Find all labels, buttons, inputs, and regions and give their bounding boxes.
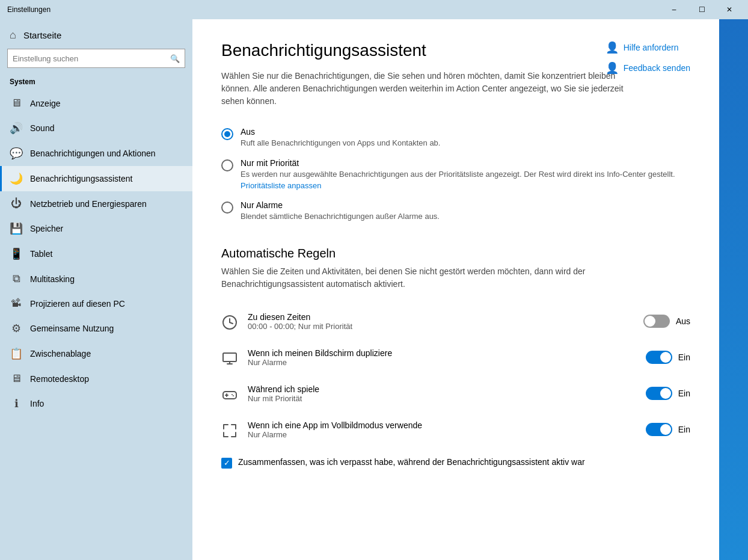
maximize-button[interactable]: ☐ — [688, 0, 716, 19]
sidebar-item-benachrichtigungen[interactable]: 💬 Benachrichtigungen und Aktionen — [0, 141, 192, 166]
prioritaet-list-link[interactable]: Prioritätsliste anpassen — [241, 181, 321, 190]
rule-spiele-toggle: Ein — [646, 387, 690, 400]
right-stripe — [719, 19, 748, 560]
radio-option-prioritaet[interactable]: Nur mit Priorität Es werden nur ausgewäh… — [221, 153, 690, 195]
svg-line-2 — [230, 322, 233, 324]
radio-prioritaet-content: Nur mit Priorität Es werden nur ausgewäh… — [241, 158, 675, 191]
sidebar-item-label: Gemeinsame Nutzung — [30, 324, 114, 333]
gamepad-icon — [221, 387, 238, 406]
radio-option-alarme[interactable]: Nur Alarme Blendet sämtliche Benachricht… — [221, 195, 690, 227]
toggle-spiele[interactable] — [646, 387, 672, 400]
remote-icon: 🖥 — [10, 372, 23, 385]
rule-vollbild: Wenn ich eine App im Vollbildmodus verwe… — [221, 413, 690, 449]
window-controls: – ☐ ✕ — [660, 0, 743, 19]
auto-rules-description: Wählen Sie die Zeiten und Aktivitäten, b… — [221, 265, 630, 291]
svg-rect-3 — [223, 353, 236, 362]
clipboard-icon: 📋 — [10, 347, 23, 360]
toggle-bildschirm-label: Ein — [678, 352, 690, 362]
notifications-icon: 💬 — [10, 147, 23, 160]
svg-point-9 — [231, 394, 233, 395]
toggle-spiele-label: Ein — [678, 389, 690, 398]
sidebar-item-anzeige[interactable]: 🖥 Anzeige — [0, 91, 192, 115]
rule-spiele: Während ich spiele Nur mit Priorität Ein — [221, 377, 690, 413]
rule-vollbild-toggle: Ein — [646, 423, 690, 436]
radio-alarme-content: Nur Alarme Blendet sämtliche Benachricht… — [241, 200, 440, 222]
rule-vollbild-text: Wenn ich eine App im Vollbildmodus verwe… — [248, 420, 636, 439]
sidebar-item-assistent[interactable]: 🌙 Benachrichtigungsassistent — [0, 166, 192, 191]
share-icon: ⚙ — [10, 322, 23, 335]
sidebar-item-label: Benachrichtigungen und Aktionen — [30, 149, 156, 158]
rule-bildschirm-subtitle: Nur Alarme — [248, 358, 636, 367]
sidebar-home[interactable]: ⌂ Startseite — [0, 19, 192, 49]
monitor-icon — [221, 351, 238, 370]
assistant-icon: 🌙 — [10, 172, 23, 185]
radio-aus-desc: Ruft alle Benachrichtigungen von Apps un… — [241, 138, 440, 149]
feedback-person-icon: 👤 — [605, 61, 619, 75]
checkbox-zusammenfassen[interactable]: ✓ — [221, 458, 232, 469]
sidebar-item-label: Projizieren auf diesen PC — [30, 299, 125, 309]
tablet-icon: 📱 — [10, 247, 23, 260]
toggle-vollbild-label: Ein — [678, 425, 690, 434]
radio-prioritaet-label: Nur mit Priorität — [241, 158, 675, 168]
checkbox-row[interactable]: ✓ Zusammenfassen, was ich verpasst habe,… — [221, 449, 690, 476]
sidebar-item-info[interactable]: ℹ Info — [0, 391, 192, 416]
storage-icon: 💾 — [10, 222, 23, 235]
search-input[interactable] — [13, 54, 170, 63]
sidebar-section-label: System — [0, 75, 192, 91]
rule-spiele-title: Während ich spiele — [248, 384, 636, 394]
rule-vollbild-subtitle: Nur Alarme — [248, 430, 636, 439]
search-box[interactable]: 🔍 — [7, 49, 185, 68]
app-body: ⌂ Startseite 🔍 System 🖥 Anzeige 🔊 Sound … — [0, 19, 748, 560]
sidebar-item-tablet[interactable]: 📱 Tablet — [0, 241, 192, 266]
radio-group: Aus Ruft alle Benachrichtigungen von App… — [221, 122, 690, 227]
sidebar-item-zwischenablage[interactable]: 📋 Zwischenablage — [0, 341, 192, 366]
help-person-icon: 👤 — [605, 41, 619, 54]
main-content: 👤 Hilfe anfordern 👤 Feedback senden Bena… — [192, 19, 719, 560]
sidebar-item-speicher[interactable]: 💾 Speicher — [0, 216, 192, 241]
sidebar-item-remotedesktop[interactable]: 🖥 Remotedesktop — [0, 366, 192, 391]
close-button[interactable]: ✕ — [716, 0, 743, 19]
radio-aus-content: Aus Ruft alle Benachrichtigungen von App… — [241, 127, 440, 149]
sidebar-item-label: Netzbetrieb und Energiesparen — [30, 199, 147, 209]
multitasking-icon: ⧉ — [10, 272, 23, 285]
minimize-button[interactable]: – — [660, 0, 688, 19]
rule-zeiten: Zu diesen Zeiten 00:00 - 00:00; Nur mit … — [221, 305, 690, 341]
rule-bildschirm-text: Wenn ich meinen Bildschirm dupliziere Nu… — [248, 348, 636, 367]
sidebar-item-netzbetrieb[interactable]: ⏻ Netzbetrieb und Energiesparen — [0, 191, 192, 216]
sidebar-item-label: Info — [30, 399, 44, 408]
page-description: Wählen Sie nur die Benachrichtigungen, d… — [221, 70, 630, 108]
help-link[interactable]: 👤 Hilfe anfordern — [605, 41, 690, 54]
radio-prioritaet-circle[interactable] — [221, 159, 233, 171]
display-icon: 🖥 — [10, 97, 23, 109]
sidebar-item-nutzung[interactable]: ⚙ Gemeinsame Nutzung — [0, 316, 192, 341]
sidebar-item-label: Benachrichtigungsassistent — [30, 174, 132, 183]
clock-icon — [221, 315, 238, 334]
sidebar-item-multitasking[interactable]: ⧉ Multitasking — [0, 266, 192, 291]
radio-option-aus[interactable]: Aus Ruft alle Benachrichtigungen von App… — [221, 122, 690, 153]
rule-zeiten-text: Zu diesen Zeiten 00:00 - 00:00; Nur mit … — [248, 312, 634, 331]
rule-zeiten-subtitle: 00:00 - 00:00; Nur mit Priorität — [248, 322, 634, 331]
sound-icon: 🔊 — [10, 122, 23, 135]
sidebar-item-projizieren[interactable]: 📽 Projizieren auf diesen PC — [0, 291, 192, 316]
sidebar-item-sound[interactable]: 🔊 Sound — [0, 115, 192, 141]
toggle-zeiten[interactable] — [643, 315, 670, 328]
radio-aus-label: Aus — [241, 127, 440, 137]
toggle-bildschirm[interactable] — [646, 351, 672, 364]
rule-spiele-subtitle: Nur mit Priorität — [248, 394, 636, 403]
app-title: Einstellungen — [7, 5, 51, 14]
toggle-bildschirm-knob — [660, 352, 671, 363]
sidebar-item-label: Multitasking — [30, 274, 75, 284]
radio-alarme-label: Nur Alarme — [241, 200, 440, 210]
radio-alarme-circle[interactable] — [221, 202, 233, 214]
sidebar-item-label: Zwischenablage — [30, 349, 91, 358]
radio-prioritaet-desc: Es werden nur ausgewählte Benachrichtigu… — [241, 169, 675, 180]
feedback-link[interactable]: 👤 Feedback senden — [605, 61, 690, 75]
toggle-vollbild[interactable] — [646, 423, 672, 436]
checkbox-label: Zusammenfassen, was ich verpasst habe, w… — [238, 457, 585, 469]
sidebar-home-label: Startseite — [23, 30, 61, 40]
toggle-zeiten-knob — [645, 316, 655, 327]
radio-aus-circle[interactable] — [221, 128, 233, 140]
rule-zeiten-title: Zu diesen Zeiten — [248, 312, 634, 322]
toggle-zeiten-label: Aus — [676, 316, 690, 326]
rule-bildschirm: Wenn ich meinen Bildschirm dupliziere Nu… — [221, 341, 690, 377]
